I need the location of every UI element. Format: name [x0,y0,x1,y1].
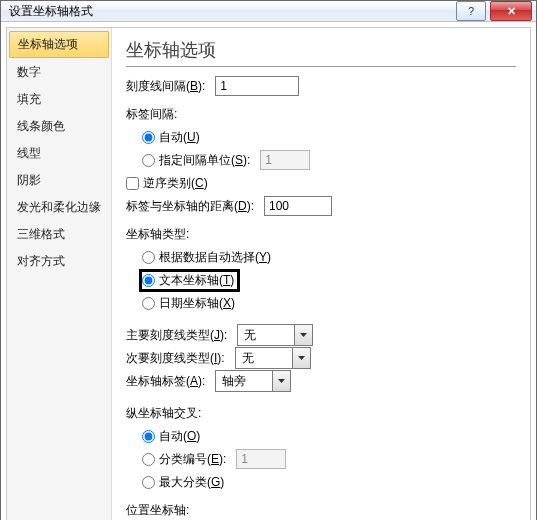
sidebar-item-shadow[interactable]: 阴影 [7,167,111,194]
close-window-button[interactable]: ✕ [490,1,532,21]
sidebar-item-line-color[interactable]: 线条颜色 [7,113,111,140]
dialog-window: 设置坐标轴格式 ? ✕ 坐标轴选项 数字 填充 线条颜色 线型 阴影 发光和柔化… [0,0,537,520]
axis-type-title: 坐标轴类型: [126,223,516,245]
title-bar: 设置坐标轴格式 ? ✕ [1,1,536,22]
axis-type-text-label: 文本坐标轴(T) [159,272,234,289]
panel-separator [126,66,516,67]
vcross-category-input[interactable] [236,449,286,469]
svg-marker-1 [298,356,305,360]
help-icon: ? [468,5,474,17]
axis-type-auto-radio[interactable] [142,251,155,264]
sidebar-item-glow[interactable]: 发光和柔化边缘 [7,194,111,221]
close-icon: ✕ [507,5,516,18]
options-panel: 坐标轴选项 刻度线间隔(B): 标签间隔: 自动(U) 指定间隔单位(S): [112,28,530,520]
axis-type-text-row: 文本坐标轴(T) [142,269,516,291]
vcross-auto-label: 自动(O) [159,428,200,445]
position-axis-title: 位置坐标轴: [126,499,516,520]
window-controls: ? ✕ [456,1,532,21]
sidebar-item-number[interactable]: 数字 [7,59,111,86]
vcross-max-radio[interactable] [142,476,155,489]
axis-labels-row: 坐标轴标签(A): 轴旁 [126,370,516,392]
label-interval-spec-label: 指定间隔单位(S): [159,152,250,169]
svg-marker-0 [300,333,307,337]
axis-label-distance-label: 标签与坐标轴的距离(D): [126,198,254,215]
major-tick-label: 主要刻度线类型(J): [126,327,227,344]
reverse-categories-label: 逆序类别(C) [143,175,208,192]
label-interval-spec-radio[interactable] [142,154,155,167]
chevron-down-icon [292,348,310,368]
minor-tick-label: 次要刻度线类型(I): [126,350,225,367]
category-sidebar: 坐标轴选项 数字 填充 线条颜色 线型 阴影 发光和柔化边缘 三维格式 对齐方式 [7,28,112,520]
chevron-down-icon [294,325,312,345]
axis-type-date-radio[interactable] [142,297,155,310]
label-interval-spec-row: 指定间隔单位(S): [142,149,516,171]
vcross-category-row: 分类编号(E): [142,448,516,470]
axis-type-date-label: 日期坐标轴(X) [159,295,235,312]
label-interval-spec-input[interactable] [260,150,310,170]
axis-type-text-highlight: 文本坐标轴(T) [139,269,240,292]
axis-label-distance-input[interactable] [264,196,332,216]
minor-tick-select[interactable]: 无 [235,347,311,369]
tick-interval-input[interactable] [215,76,299,96]
vcross-category-radio[interactable] [142,453,155,466]
svg-marker-2 [278,379,285,383]
axis-type-date-row: 日期坐标轴(X) [142,292,516,314]
axis-type-auto-label: 根据数据自动选择(Y) [159,249,271,266]
panel-heading: 坐标轴选项 [126,38,516,62]
axis-label-distance-row: 标签与坐标轴的距离(D): [126,195,516,217]
label-interval-auto-radio[interactable] [142,131,155,144]
chevron-down-icon [272,371,290,391]
reverse-categories-checkbox[interactable] [126,177,139,190]
major-tick-row: 主要刻度线类型(J): 无 [126,324,516,346]
sidebar-item-line-style[interactable]: 线型 [7,140,111,167]
sidebar-item-3d-format[interactable]: 三维格式 [7,221,111,248]
tick-interval-label: 刻度线间隔(B): [126,78,205,95]
axis-type-auto-row: 根据数据自动选择(Y) [142,246,516,268]
vcross-category-label: 分类编号(E): [159,451,226,468]
axis-labels-label: 坐标轴标签(A): [126,373,205,390]
vcross-auto-row: 自动(O) [142,425,516,447]
label-interval-title: 标签间隔: [126,103,516,125]
sidebar-item-fill[interactable]: 填充 [7,86,111,113]
help-button[interactable]: ? [456,1,486,21]
label-interval-auto-row: 自动(U) [142,126,516,148]
tick-interval-row: 刻度线间隔(B): [126,75,516,97]
content-area: 坐标轴选项 数字 填充 线条颜色 线型 阴影 发光和柔化边缘 三维格式 对齐方式… [6,27,531,520]
major-tick-select[interactable]: 无 [237,324,313,346]
vcross-max-label: 最大分类(G) [159,474,224,491]
axis-type-text-radio[interactable] [142,274,155,287]
vcross-max-row: 最大分类(G) [142,471,516,493]
reverse-categories-row: 逆序类别(C) [126,172,516,194]
vcross-title: 纵坐标轴交叉: [126,402,516,424]
label-interval-auto-label: 自动(U) [159,129,200,146]
dialog-body: 坐标轴选项 数字 填充 线条颜色 线型 阴影 发光和柔化边缘 三维格式 对齐方式… [1,22,536,520]
window-title: 设置坐标轴格式 [9,3,93,20]
sidebar-item-alignment[interactable]: 对齐方式 [7,248,111,275]
minor-tick-row: 次要刻度线类型(I): 无 [126,347,516,369]
axis-labels-select[interactable]: 轴旁 [215,370,291,392]
vcross-auto-radio[interactable] [142,430,155,443]
sidebar-item-axis-options[interactable]: 坐标轴选项 [9,31,109,58]
